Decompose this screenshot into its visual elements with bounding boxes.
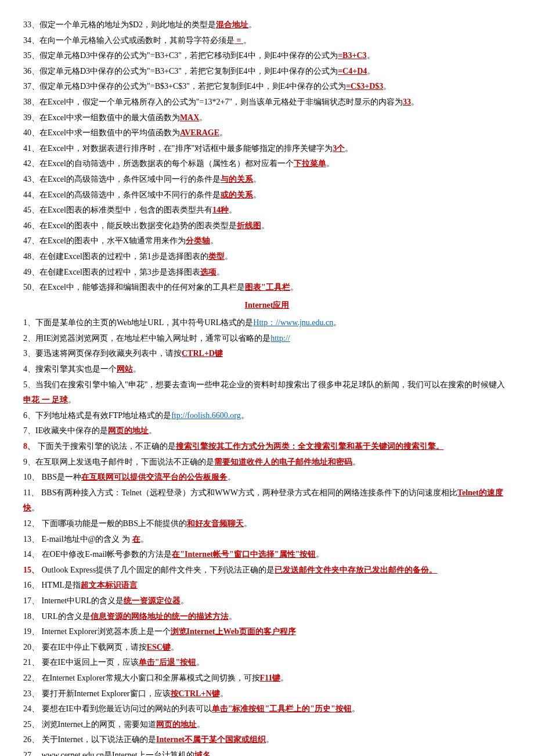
question-suffix: 。 [171, 643, 179, 651]
answer: 域名 [194, 751, 211, 756]
question-number: 10、 [23, 473, 39, 481]
question-text: BBS是一种 [39, 473, 81, 481]
question-line: 37、假定单元格D3中保存的公式为"=B$3+C$3"，若把它复制到E4中，则E… [23, 79, 511, 95]
question-line: 41、在Excel中，对数据表进行排序时，在"排序"对话框中最多能够指定的排序关… [23, 141, 511, 157]
answer: 按CTRL+N键 [171, 689, 220, 698]
question-suffix: 。 [333, 318, 341, 327]
question-line: 25、 浏览Internet上的网页，需要知道网页的地址。 [23, 717, 511, 733]
question-suffix: 。 [244, 519, 252, 528]
question-line: 33、假定一个单元格的地址为$D2，则此地址的类型是混合地址。 [23, 17, 511, 33]
question-text: 假定单元格D3中保存的公式为"=B3+C3"，若把它复制到E4中，则E4中保存的… [39, 67, 338, 75]
question-number: 39、 [23, 113, 39, 122]
question-number: 50、 [23, 283, 39, 291]
question-suffix: 。 [68, 395, 76, 404]
answer: 单击"标准按钮"工具栏上的"历史"按钮 [212, 704, 352, 713]
answer: 和好友音频聊天 [187, 519, 244, 528]
question-line: 5、当我们在搜索引擎中输入"申花"，想要去查询一些申花企业的资料时却搜索出了很多… [23, 377, 511, 408]
question-number: 40、 [23, 128, 39, 137]
answer: 信息资源的网络地址的统一的描述方法 [91, 612, 229, 621]
question-text: 在Excel的图表中，能反映出数据变化趋势的图表类型是 [39, 221, 237, 230]
answer: 选项 [200, 268, 217, 276]
answer: 下拉菜单 [294, 159, 326, 168]
answer: 申花 一 足球 [23, 395, 68, 404]
question-number: 26、 [23, 735, 39, 744]
question-number: 3、 [23, 349, 35, 358]
question-text: 搜索引擎其实也是一个 [35, 365, 117, 373]
answer: =B3+C3 [338, 51, 366, 60]
question-number: 41、 [23, 144, 39, 153]
answer: 在互联网可以提供交流平台的公告板服务 [81, 473, 228, 481]
question-suffix: 。 [326, 159, 334, 168]
question-number: 1、 [23, 318, 35, 327]
question-suffix: 。 [345, 144, 353, 153]
question-text: 假定单元格D3中保存的公式为"=B3+C3"，若把它移动到E4中，则E4中保存的… [39, 51, 338, 60]
question-line: 49、在创建Excel图表的过程中，第3步是选择图表选项。 [23, 265, 511, 280]
answer: 搜索引擎按其工作方式分为两类：全文搜索引擎和基于关键词的搜索引擎。 [176, 442, 444, 451]
question-line: 48、在创建Excel图表的过程中，第1步是选择图表的类型。 [23, 249, 511, 265]
question-line: 42、在Excel的自动筛选中，所选数据表的每个标题（属性名）都对应着一个下拉菜… [23, 156, 511, 172]
answer: 网页的地址 [108, 426, 149, 435]
question-line: 22、 在Internet Explorer常规大小窗口和全屏幕模式之间切换，可… [23, 671, 511, 686]
question-suffix: 。 [367, 51, 375, 60]
answer: 网站 [117, 365, 133, 373]
answer: 超文本标识语言 [81, 581, 138, 589]
answer: ESC键 [147, 643, 171, 651]
question-text: 浏览Internet上的网页，需要知道 [39, 720, 156, 729]
question-number: 4、 [23, 365, 35, 373]
question-suffix: 。 [199, 113, 207, 122]
question-text: 关于Internet，以下说法正确的是 [39, 735, 156, 744]
question-text: 下面是某单位的主页的Web地址URL，其中符号URL格式的是 [35, 318, 253, 327]
question-number: 6、 [23, 411, 35, 420]
question-line: 27、 www.cernet.edu.cn是Internet上一台计算机的域名。 [23, 748, 511, 756]
answer: ftp://foolish.6600.org [171, 411, 241, 420]
question-suffix: 。 [253, 190, 261, 199]
question-text: 在OE中修改E-mail帐号参数的方法是 [39, 550, 172, 559]
question-line: 3、要迅速将网页保存到收藏夹列表中，请按CTRL+D键 [23, 346, 511, 362]
question-number: 37、 [23, 82, 39, 91]
answer: 14种 [212, 206, 229, 214]
question-line: 13、 E-mail地址中@的含义 为 在。 [23, 532, 511, 548]
answer: 已发送邮件文件夹中存放已发出邮件的备份。 [275, 566, 437, 574]
answer: 类型 [208, 252, 225, 261]
question-line: 20、 要在IE中停止下载网页，请按ESC键。 [23, 640, 511, 656]
question-line: 11、 BBS有两种接入方式：Telnet（远程登录）方式和WWW方式，两种登录… [23, 485, 511, 516]
question-text: Internet Explorer浏览器本质上是一个 [39, 627, 171, 636]
question-number: 43、 [23, 175, 39, 183]
question-text: 下列地址格式是有效FTP地址格式的是 [35, 411, 171, 420]
question-text: 在Excel的高级筛选中，条件区域中不同行的条件是 [39, 190, 221, 199]
question-text: 要打开新Internet Explorer窗口，应该 [39, 689, 171, 698]
question-suffix: 。 [140, 535, 149, 543]
question-suffix: 。 [280, 674, 288, 682]
answer: 与的关系 [221, 175, 253, 183]
question-text: 下面哪项功能是一般的BBS上不能提供的 [39, 519, 187, 528]
question-number: 19、 [23, 627, 39, 636]
question-suffix: 。 [248, 20, 257, 29]
question-number: 48、 [23, 252, 39, 261]
question-line: 44、在Excel的高级筛选中，条件区域中不同行的条件是或的关系。 [23, 188, 511, 203]
question-suffix: 。 [352, 458, 360, 466]
question-line: 36、假定单元格D3中保存的公式为"=B3+C3"，若把它复制到E4中，则E4中… [23, 64, 511, 80]
question-number: 17、 [23, 596, 39, 605]
question-text: 在Excel中，假定一个单元格所存入的公式为"=13*2+7"，则当该单元格处于… [39, 98, 403, 106]
question-number: 13、 [23, 535, 39, 543]
question-number: 15、 [23, 566, 39, 574]
question-number: 33、 [23, 20, 39, 29]
question-suffix: 。 [211, 751, 219, 756]
question-text: 在Excel的高级筛选中，条件区域中同一行的条件是 [39, 175, 221, 183]
question-text: 在Excel的自动筛选中，所选数据表的每个标题（属性名）都对应着一个 [39, 159, 294, 168]
question-line: 19、 Internet Explorer浏览器本质上是一个浏览Internet… [23, 624, 511, 640]
question-line: 34、在向一个单元格输入公式或函数时，其前导字符必须是 = 。 [23, 33, 511, 49]
answer: F11键 [260, 674, 281, 682]
answer: 混合地址 [216, 20, 248, 29]
answer: 网页的地址 [156, 720, 197, 729]
question-suffix: 。 [31, 503, 39, 512]
question-text: 要在IE中返回上一页，应该 [39, 658, 139, 667]
question-line: 35、假定单元格D3中保存的公式为"=B3+C3"，若把它移动到E4中，则E4中… [23, 48, 511, 64]
question-number: 34、 [23, 36, 39, 45]
question-text: 在Excel中求一组数值中的最大值函数为 [39, 113, 180, 122]
question-number: 11、 [23, 488, 39, 497]
answer: Internet不属于某个国家或组织 [156, 735, 266, 744]
question-number: 20、 [23, 643, 39, 651]
question-text: 在创建Excel图表的过程中，第1步是选择图表的 [39, 252, 208, 261]
question-line: 14、 在OE中修改E-mail帐号参数的方法是在"Internet帐号"窗口中… [23, 547, 511, 563]
